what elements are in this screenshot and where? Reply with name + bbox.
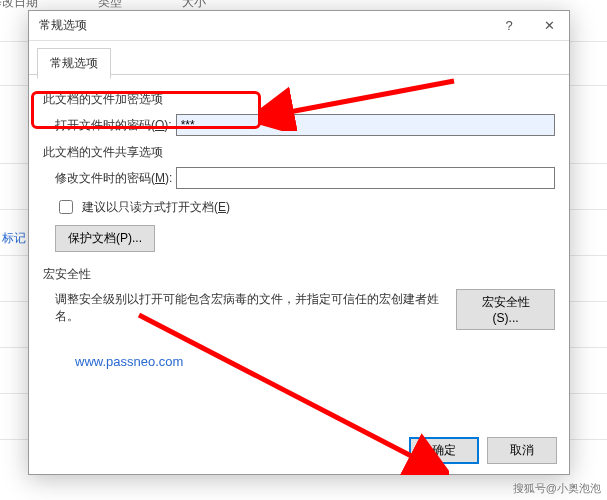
section-encryption: 此文档的文件加密选项 xyxy=(43,91,555,108)
protect-document-button[interactable]: 保护文档(P)... xyxy=(55,225,155,252)
ok-button[interactable]: 确定 xyxy=(409,437,479,464)
sidebar-link-tags[interactable]: 标记 xyxy=(2,230,26,247)
modify-password-label: 修改文件时的密码(M): xyxy=(55,170,172,187)
macro-security-button[interactable]: 宏安全性(S)... xyxy=(456,289,555,330)
readonly-label: 建议以只读方式打开文档(E) xyxy=(82,199,230,216)
open-password-row: 打开文件时的密码(O): xyxy=(55,114,555,136)
section-sharing: 此文档的文件共享选项 xyxy=(43,144,555,161)
section-macro: 宏安全性 xyxy=(43,266,555,283)
watermark: 搜狐号@小奥泡泡 xyxy=(513,481,601,496)
readonly-checkbox[interactable] xyxy=(59,200,73,214)
dialog-body: 此文档的文件加密选项 打开文件时的密码(O): 此文档的文件共享选项 修改文件时… xyxy=(29,75,569,429)
cancel-button[interactable]: 取消 xyxy=(487,437,557,464)
readonly-checkbox-row: 建议以只读方式打开文档(E) xyxy=(55,197,555,217)
protect-row: 保护文档(P)... xyxy=(55,225,555,252)
dialog-title: 常规选项 xyxy=(39,17,489,34)
open-password-label: 打开文件时的密码(O): xyxy=(55,117,172,134)
help-button[interactable]: ? xyxy=(489,11,529,41)
dialog-footer: 确定 取消 xyxy=(29,429,569,474)
tab-strip: 常规选项 xyxy=(29,41,569,75)
close-button[interactable]: ✕ xyxy=(529,11,569,41)
modify-password-row: 修改文件时的密码(M): xyxy=(55,167,555,189)
macro-description: 调整安全级别以打开可能包含宏病毒的文件，并指定可信任的宏创建者姓名。 xyxy=(55,291,456,325)
titlebar: 常规选项 ? ✕ xyxy=(29,11,569,41)
passneo-link[interactable]: www.passneo.com xyxy=(75,354,183,369)
general-options-dialog: 常规选项 ? ✕ 常规选项 此文档的文件加密选项 打开文件时的密码(O): 此文… xyxy=(28,10,570,475)
open-password-input[interactable] xyxy=(176,114,555,136)
modify-password-input[interactable] xyxy=(176,167,555,189)
